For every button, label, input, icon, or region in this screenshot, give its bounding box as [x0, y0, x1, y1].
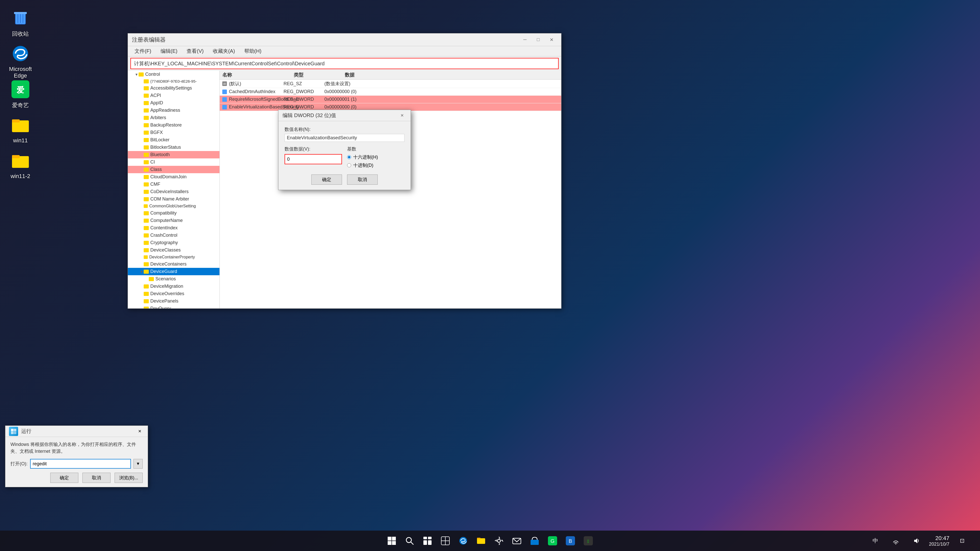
- desktop-icon-edge[interactable]: Microsoft Edge: [5, 41, 36, 82]
- reg-row-default[interactable]: ab (默认) REG_SZ (数值未设置): [220, 79, 561, 88]
- taskbar-mail[interactable]: [509, 533, 525, 548]
- tree-item-devquery[interactable]: DevQuery: [128, 305, 220, 308]
- taskbar-store[interactable]: [527, 533, 542, 548]
- tree-item-acpi[interactable]: ACPI: [128, 92, 220, 99]
- tree-item-devicemigration[interactable]: DeviceMigration: [128, 283, 220, 290]
- dword-hex-radio[interactable]: [347, 155, 351, 159]
- desktop-icon-iqiyi[interactable]: 爱 爱奇艺: [5, 76, 36, 112]
- dword-ok-button[interactable]: 确定: [311, 175, 342, 185]
- run-ok-button[interactable]: 确定: [50, 473, 78, 483]
- tree-item-appreadiness[interactable]: AppReadiness: [128, 106, 220, 114]
- taskbar-explorer[interactable]: [473, 533, 489, 548]
- tree-item-bgfx[interactable]: BGFX: [128, 129, 220, 136]
- dword-dec-radio[interactable]: [347, 163, 351, 167]
- dword-data-label: 数值数据(V):: [285, 146, 342, 152]
- dword-hex-option[interactable]: 十六进制(H): [347, 154, 404, 160]
- search-button[interactable]: [402, 533, 417, 548]
- svg-rect-19: [392, 541, 396, 545]
- tree-item-cryptography[interactable]: Cryptography: [128, 239, 220, 246]
- svg-rect-24: [423, 540, 427, 545]
- dword-data-input[interactable]: [285, 154, 342, 164]
- desktop-icon-win11-2[interactable]: win11-2: [5, 148, 36, 182]
- menu-help[interactable]: 帮助(H): [240, 47, 266, 56]
- dword-cancel-button[interactable]: 取消: [347, 175, 378, 185]
- tree-item-bitlockerstatus[interactable]: BitlockerStatus: [128, 144, 220, 151]
- tree-item-guid[interactable]: {7746D80F-97E0-4E26-95-: [128, 78, 220, 84]
- edge-icon: [10, 43, 30, 64]
- taskbar-green-app[interactable]: G: [545, 533, 560, 548]
- tree-item-cmf[interactable]: CMF: [128, 181, 220, 188]
- win11-folder-icon: [10, 115, 30, 135]
- run-buttons: 确定 取消 浏览(B)...: [11, 473, 143, 483]
- taskbar-clock[interactable]: 20:47 2021/10/7: [929, 535, 950, 547]
- tree-panel[interactable]: ▼ Control {7746D80F-97E0-4E26-95- Access…: [128, 71, 220, 308]
- maximize-button[interactable]: □: [533, 35, 544, 44]
- run-open-input[interactable]: [30, 459, 131, 468]
- run-title-text: 运行: [21, 428, 32, 435]
- dword-dec-option[interactable]: 十进制(D): [347, 162, 404, 168]
- taskbar-edge[interactable]: [455, 533, 471, 548]
- tray-notification[interactable]: ⊡: [955, 533, 970, 548]
- run-icon: [9, 427, 18, 436]
- tree-item-comnamearbiter[interactable]: COM Name Arbiter: [128, 195, 220, 203]
- taskview-button[interactable]: [420, 533, 435, 548]
- reg-icon-requirems: [222, 97, 227, 102]
- tree-item-accessibility[interactable]: AccessibilitySettings: [128, 84, 220, 92]
- menu-favorites[interactable]: 收藏夹(A): [209, 47, 239, 56]
- reg-type-default: REG_SZ: [283, 81, 325, 86]
- svg-rect-31: [477, 538, 480, 539]
- reg-row-requirems[interactable]: RequireMicrosoftSignedBootChain REG_DWOR…: [220, 96, 561, 103]
- tree-item-class[interactable]: Class: [128, 166, 220, 173]
- tree-item-control[interactable]: ▼ Control: [128, 71, 220, 78]
- run-close-button[interactable]: ✕: [135, 428, 144, 435]
- run-browse-button[interactable]: 浏览(B)...: [115, 473, 143, 483]
- tray-volume[interactable]: [908, 533, 924, 548]
- tree-item-scenarios[interactable]: Scenarios: [128, 275, 220, 283]
- run-cancel-button[interactable]: 取消: [83, 473, 110, 483]
- tree-item-devicepanels[interactable]: DevicePanels: [128, 297, 220, 305]
- taskbar-settings[interactable]: [491, 533, 507, 548]
- tree-item-devicecontainerproperty[interactable]: DeviceContainerProperty: [128, 254, 220, 260]
- start-button[interactable]: [384, 533, 399, 548]
- tree-item-arbiters[interactable]: Arbiters: [128, 114, 220, 121]
- tree-item-deviceclasses[interactable]: DeviceClasses: [128, 246, 220, 254]
- reg-type-requirems: REG_DWORD: [283, 97, 325, 102]
- run-dropdown-button[interactable]: ▼: [134, 459, 143, 468]
- tree-item-bluetooth[interactable]: Bluetooth: [128, 151, 220, 159]
- menu-edit[interactable]: 编辑(E): [156, 47, 182, 56]
- dword-close-button[interactable]: ✕: [397, 112, 407, 119]
- tree-item-devicecontainers[interactable]: DeviceContainers: [128, 260, 220, 268]
- tray-network[interactable]: [888, 533, 904, 548]
- tree-item-codeviceinstallers[interactable]: CoDeviceInstallers: [128, 188, 220, 195]
- tree-item-crashcontrol[interactable]: CrashControl: [128, 232, 220, 239]
- taskbar-right: 中 20:47 2021/10/7 ⊡: [868, 533, 970, 548]
- reg-row-cacheddrtm[interactable]: CachedDrtmAuthIndex REG_DWORD 0x00000000…: [220, 88, 561, 96]
- tree-item-bitlocker[interactable]: BitLocker: [128, 136, 220, 144]
- widgets-button[interactable]: [438, 533, 453, 548]
- tree-item-computername[interactable]: ComputerName: [128, 217, 220, 224]
- minimize-button[interactable]: ─: [519, 35, 531, 44]
- tree-item-deviceguard[interactable]: ▼ DeviceGuard: [128, 268, 220, 275]
- svg-marker-42: [914, 538, 917, 543]
- close-button[interactable]: ✕: [546, 35, 557, 44]
- address-bar[interactable]: 计算机\HKEY_LOCAL_MACHINE\SYSTEM\CurrentCon…: [130, 58, 558, 69]
- menu-view[interactable]: 查看(V): [183, 47, 208, 56]
- tray-language[interactable]: 中: [868, 533, 883, 548]
- tree-item-commonglobusersetting[interactable]: CommonGlobUserSetting: [128, 203, 220, 210]
- menu-file[interactable]: 文件(F): [130, 47, 156, 56]
- tree-item-deviceoverrides[interactable]: DeviceOverrides: [128, 290, 220, 297]
- desktop-icon-recycle[interactable]: 回收站: [5, 5, 36, 40]
- tree-item-backuprestore[interactable]: BackupRestore: [128, 121, 220, 129]
- run-description: Windows 将根据你所输入的名称，为你打开相应的程序、文件夹、文档或 Int…: [11, 441, 143, 455]
- dword-dialog-titlebar: 编辑 DWORD (32 位)值 ✕: [278, 110, 410, 121]
- taskbar-blue-app[interactable]: B: [563, 533, 578, 548]
- desktop-icon-win11[interactable]: win11: [5, 112, 36, 146]
- dword-hex-label: 十六进制(H): [353, 154, 378, 160]
- tree-item-ci[interactable]: CI: [128, 159, 220, 166]
- tree-item-contentindex[interactable]: ContentIndex: [128, 224, 220, 232]
- tree-item-clouddomainjoin[interactable]: CloudDomainJoin: [128, 173, 220, 181]
- reg-type-enablevirt: REG_DWORD: [283, 104, 325, 110]
- tree-item-compatibility[interactable]: Compatibility: [128, 210, 220, 217]
- tree-item-appid[interactable]: AppID: [128, 99, 220, 106]
- taskbar-terminal[interactable]: : [581, 533, 596, 548]
